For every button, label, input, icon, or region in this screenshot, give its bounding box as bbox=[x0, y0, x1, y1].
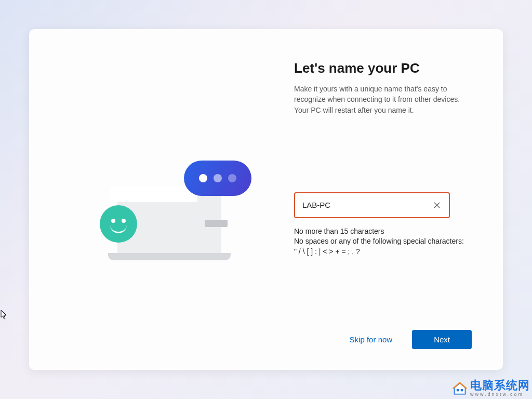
laptop-screen-bar bbox=[110, 187, 197, 202]
action-row: Skip for now Next bbox=[294, 320, 472, 349]
chat-bubble-icon bbox=[184, 161, 251, 196]
clear-input-button[interactable] bbox=[432, 201, 442, 210]
pc-naming-illustration bbox=[102, 171, 237, 275]
laptop-accent-bar bbox=[205, 220, 228, 227]
bubble-dot-1 bbox=[199, 174, 207, 182]
content-column: Let's name your PC Make it yours with a … bbox=[278, 60, 472, 349]
close-icon bbox=[434, 202, 440, 208]
hint-line-3: " / \ [ ] : | < > + = ; , ? bbox=[294, 247, 472, 257]
hint-line-1: No more than 15 characters bbox=[294, 227, 472, 237]
smiley-face-icon bbox=[100, 205, 137, 243]
skip-for-now-link[interactable]: Skip for now bbox=[342, 331, 400, 348]
svg-rect-2 bbox=[457, 389, 459, 391]
input-hints: No more than 15 characters No spaces or … bbox=[294, 227, 472, 257]
next-button[interactable]: Next bbox=[412, 330, 472, 349]
bubble-dot-2 bbox=[214, 174, 222, 182]
watermark-url: www.dnxtw.com bbox=[470, 392, 530, 397]
oobe-card: Let's name your PC Make it yours with a … bbox=[29, 29, 503, 370]
bubble-dot-3 bbox=[228, 174, 236, 182]
page-title: Let's name your PC bbox=[294, 60, 472, 76]
hint-line-2: No spaces or any of the following specia… bbox=[294, 236, 472, 247]
laptop-base bbox=[108, 253, 231, 260]
cursor-arrow-icon bbox=[1, 310, 8, 320]
house-icon bbox=[453, 381, 467, 396]
page-description: Make it yours with a unique name that's … bbox=[294, 84, 472, 115]
pc-name-input[interactable] bbox=[302, 201, 432, 209]
svg-rect-3 bbox=[461, 389, 463, 391]
watermark-brand: 电脑系统网 bbox=[470, 380, 530, 391]
watermark: 电脑系统网 www.dnxtw.com bbox=[453, 380, 530, 397]
pc-name-input-wrap[interactable] bbox=[294, 192, 450, 218]
illustration-column bbox=[60, 60, 278, 349]
